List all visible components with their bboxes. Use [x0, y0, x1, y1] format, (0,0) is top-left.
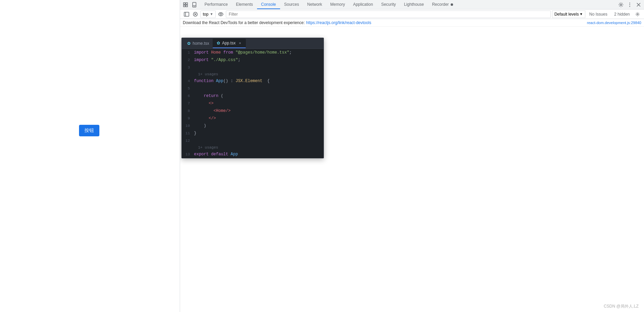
tab-application[interactable]: Application: [349, 0, 377, 9]
page-content: 按钮: [0, 0, 180, 312]
react-icon-app: ✿: [216, 41, 221, 45]
close-devtools-button[interactable]: [635, 1, 643, 9]
more-options-button[interactable]: [626, 1, 634, 9]
issues-badge: No Issues: [587, 11, 610, 18]
svg-rect-11: [184, 12, 189, 16]
code-line-5: 5: [182, 85, 324, 92]
tab-lighthouse[interactable]: Lighthouse: [400, 0, 428, 9]
console-settings-button[interactable]: [634, 11, 641, 18]
source-popup: ✿ home.tsx ✿ App.tsx × 1 import Home fro…: [181, 38, 324, 158]
message-text: Download the React DevTools for a better…: [183, 20, 305, 25]
console-toolbar: top ▼ Default levels ▼ No Issues 2 hidde…: [180, 9, 644, 19]
react-icon-home: ✿: [187, 41, 191, 46]
device-toolbar-button[interactable]: [190, 1, 198, 9]
code-line-3: 3: [182, 64, 324, 71]
code-line-2: 2 import "./App.css";: [182, 56, 324, 64]
svg-rect-1: [186, 3, 188, 4]
code-line-12: 12: [182, 137, 324, 144]
code-line-7: 7 <>: [182, 100, 324, 107]
clear-console-button[interactable]: [192, 11, 199, 18]
code-line-13: 13 export default App: [182, 151, 324, 158]
code-line-10: 10 ): [182, 122, 324, 130]
context-selector[interactable]: top ▼: [200, 11, 216, 18]
code-line-9: 9 </>: [182, 115, 324, 122]
tab-console[interactable]: Console: [257, 0, 280, 9]
console-message-react: Download the React DevTools for a better…: [180, 19, 644, 27]
source-tab-app[interactable]: ✿ App.tsx ×: [213, 39, 246, 48]
source-popup-tabs: ✿ home.tsx ✿ App.tsx ×: [182, 38, 324, 49]
devtools-tabs: Performance Elements Console Sources Net…: [200, 0, 458, 9]
code-line-11: 11 }: [182, 130, 324, 137]
svg-point-15: [637, 14, 638, 15]
context-dropdown-icon: ▼: [210, 12, 213, 16]
svg-rect-2: [183, 5, 185, 7]
context-value: top: [203, 12, 209, 17]
code-line-1: 1 import Home from "@pages/home/home.tsx…: [182, 49, 324, 56]
default-levels-button[interactable]: Default levels ▼: [552, 11, 585, 18]
usages-hint-2: 1+ usages: [182, 144, 324, 151]
hidden-count-badge[interactable]: 2 hidden: [611, 11, 632, 18]
usages-hint-1: 1+ usages: [182, 71, 324, 77]
toggle-sidebar-button[interactable]: [183, 11, 190, 18]
source-tab-close-button[interactable]: ×: [238, 41, 242, 45]
svg-rect-0: [183, 3, 185, 4]
svg-point-10: [629, 6, 630, 6]
svg-point-6: [194, 6, 195, 7]
svg-rect-3: [186, 5, 188, 7]
chinese-button[interactable]: 按钮: [79, 125, 99, 136]
svg-point-7: [620, 4, 622, 5]
dropdown-chevron-icon: ▼: [580, 12, 583, 16]
code-line-6: 6 return (: [182, 92, 324, 100]
console-content: Download the React DevTools for a better…: [180, 19, 644, 312]
code-editor[interactable]: 1 import Home from "@pages/home/home.tsx…: [182, 49, 324, 158]
tab-elements[interactable]: Elements: [232, 0, 257, 9]
svg-point-14: [220, 13, 221, 15]
devtools-panel: Performance Elements Console Sources Net…: [180, 0, 644, 312]
react-devtools-link[interactable]: https://reactjs.org/link/react-devtools: [306, 20, 371, 25]
inspect-element-button[interactable]: [181, 1, 190, 9]
source-tab-home-label: home.tsx: [193, 41, 209, 46]
svg-point-8: [629, 2, 630, 3]
code-line-8: 8 <Home/>: [182, 107, 324, 115]
tab-memory[interactable]: Memory: [326, 0, 349, 9]
code-line-4: 4 function App() : JSX.Element {: [182, 77, 324, 85]
tab-performance[interactable]: Performance: [200, 0, 232, 9]
tab-sources[interactable]: Sources: [280, 0, 303, 9]
tab-recorder[interactable]: Recorder ⏺: [428, 0, 458, 9]
watermark: CSDN @局外人.LZ: [604, 304, 639, 309]
devtools-top-toolbar: Performance Elements Console Sources Net…: [180, 0, 644, 9]
source-tab-home[interactable]: ✿ home.tsx: [183, 39, 213, 48]
source-tab-app-label: App.tsx: [222, 41, 236, 45]
recorder-icon: ⏺: [450, 2, 454, 6]
live-expressions-button[interactable]: [217, 11, 225, 18]
console-filter-input[interactable]: [226, 11, 551, 18]
devtools-top-right-icons: [617, 1, 643, 9]
tab-network[interactable]: Network: [303, 0, 326, 9]
tab-security[interactable]: Security: [377, 0, 400, 9]
svg-point-9: [629, 4, 630, 5]
settings-button[interactable]: [617, 1, 625, 9]
console-source-link[interactable]: react-dom.development.js:29840: [587, 21, 641, 25]
